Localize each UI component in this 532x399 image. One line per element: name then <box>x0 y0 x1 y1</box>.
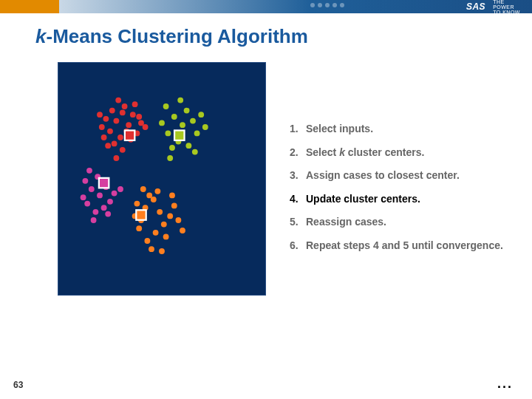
data-point <box>159 248 165 254</box>
brand-tagline: THE POWER TO KNOW. <box>493 0 522 15</box>
data-point <box>180 228 185 233</box>
data-point <box>153 230 159 236</box>
data-point <box>86 168 92 174</box>
data-point <box>154 188 160 194</box>
step-2: 2.Select k cluster centers. <box>290 146 511 160</box>
data-point <box>159 120 165 126</box>
data-point <box>82 178 88 184</box>
data-point <box>120 109 126 115</box>
data-point <box>134 201 140 207</box>
step-text: Reassign cases. <box>306 216 386 229</box>
step-text: Update cluster centers. <box>306 193 420 206</box>
data-point <box>89 186 95 192</box>
data-point <box>184 108 190 114</box>
data-point <box>198 112 204 117</box>
scatter-svg <box>58 63 265 295</box>
data-point <box>136 114 142 120</box>
data-point <box>167 213 173 219</box>
cluster-center-marker <box>136 210 146 219</box>
data-point <box>113 155 119 161</box>
slide-title: k-Means Clustering Algorithm <box>35 25 308 48</box>
step-text: Select k cluster centers. <box>306 146 424 160</box>
data-point <box>117 186 123 192</box>
data-point <box>167 155 173 161</box>
data-point <box>169 145 175 151</box>
data-point <box>171 202 177 208</box>
data-point <box>143 124 149 130</box>
data-point <box>177 98 183 103</box>
data-point <box>105 211 111 217</box>
data-point <box>140 186 146 192</box>
data-point <box>185 143 191 149</box>
data-point <box>107 199 113 205</box>
step-number: 3. <box>290 169 301 183</box>
step-number: 1. <box>290 123 301 136</box>
data-point <box>101 205 107 211</box>
step-number: 2. <box>290 146 301 160</box>
step-text: Assign cases to closest center. <box>306 169 460 183</box>
step-5: 5.Reassign cases. <box>290 216 511 229</box>
data-point <box>97 192 103 198</box>
data-point <box>180 122 185 128</box>
cluster-center-marker <box>174 130 184 140</box>
data-point <box>194 130 200 136</box>
data-point <box>192 149 198 155</box>
step-number: 5. <box>290 216 301 229</box>
data-point <box>165 130 171 136</box>
ellipsis-icon: ... <box>497 376 513 392</box>
data-point <box>105 143 111 149</box>
data-point <box>161 222 167 228</box>
step-6: 6.Repeat steps 4 and 5 until convergence… <box>290 239 511 253</box>
decorative-dots <box>310 3 344 7</box>
cluster-center-marker <box>125 130 134 140</box>
data-point <box>97 112 103 117</box>
data-point <box>84 201 90 207</box>
data-point <box>91 217 97 223</box>
step-4: 4.Update cluster centers. <box>290 193 511 206</box>
data-point <box>151 197 157 202</box>
data-point <box>112 191 117 197</box>
data-point <box>146 192 152 198</box>
data-point <box>101 134 107 140</box>
data-point <box>157 209 163 215</box>
data-point <box>117 134 123 140</box>
data-point <box>138 120 144 126</box>
data-point <box>130 112 136 117</box>
step-1: 1.Select inputs. <box>290 123 511 136</box>
step-text: Repeat steps 4 and 5 until convergence. <box>306 239 503 253</box>
brand-block: SAS THE POWER TO KNOW. <box>466 0 522 15</box>
data-point <box>169 192 175 198</box>
step-number: 6. <box>290 239 301 253</box>
top-bar: SAS THE POWER TO KNOW. <box>0 0 532 13</box>
data-point <box>112 140 117 146</box>
data-point <box>202 124 208 130</box>
data-point <box>149 246 154 252</box>
data-point <box>163 233 169 239</box>
data-point <box>144 238 150 244</box>
algorithm-steps: 1.Select inputs.2.Select k cluster cente… <box>290 123 511 262</box>
step-number: 4. <box>290 193 301 206</box>
sas-logo: SAS <box>466 1 485 12</box>
data-point <box>99 124 105 130</box>
data-point <box>163 103 169 109</box>
step-3: 3.Assign cases to closest center. <box>290 169 511 183</box>
data-point <box>175 217 181 223</box>
data-point <box>113 118 119 124</box>
data-point <box>103 116 109 122</box>
step-text: Select inputs. <box>306 123 373 136</box>
data-point <box>126 122 132 128</box>
data-point <box>107 129 113 134</box>
data-point <box>109 108 115 114</box>
cluster-plot <box>58 62 266 296</box>
data-point <box>120 147 126 153</box>
data-point <box>190 118 196 124</box>
data-point <box>115 98 121 103</box>
data-point <box>171 114 177 120</box>
data-point <box>136 225 142 231</box>
page-number: 63 <box>13 380 23 390</box>
cluster-center-marker <box>99 178 109 188</box>
data-point <box>81 194 86 200</box>
data-point <box>132 101 138 107</box>
data-point <box>122 103 128 109</box>
data-point <box>92 209 98 215</box>
